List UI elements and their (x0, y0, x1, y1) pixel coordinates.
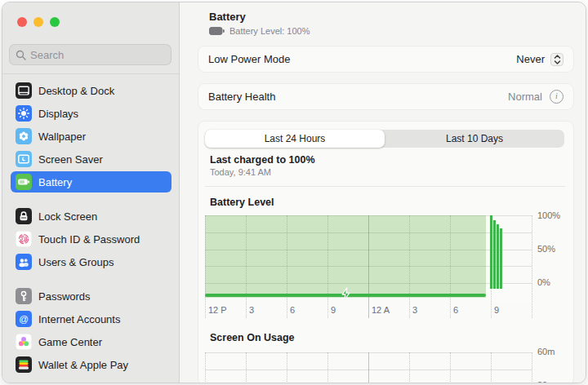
battery-status-text: Battery Level: 100% (229, 26, 310, 36)
battery-level-chart-title: Battery Level (210, 197, 274, 208)
svg-text:@: @ (19, 314, 29, 324)
sidebar-item-touch-id[interactable]: Touch ID & Password (11, 228, 172, 250)
minimize-button[interactable] (33, 17, 43, 27)
game-center-icon (16, 334, 32, 350)
search-placeholder: Search (30, 49, 64, 61)
search-input[interactable]: Search (9, 44, 172, 65)
x-tick-label: 6 (290, 305, 295, 315)
x-tick-label: 6 (453, 305, 458, 315)
lightning-bolt-icon (341, 287, 351, 301)
sidebar-item-label: Desktop & Dock (38, 85, 114, 97)
battery-glyph-icon (209, 27, 225, 35)
gridline (327, 352, 328, 383)
page-title: Battery (209, 11, 246, 23)
screen-saver-icon (16, 151, 32, 167)
low-power-mode-row: Low Power Mode Never (198, 46, 574, 73)
battery-bar (490, 215, 492, 289)
gridline (491, 352, 492, 383)
displays-icon (16, 105, 32, 122)
x-tick-label: 3 (412, 305, 417, 315)
sidebar-item-wallpaper[interactable]: Wallpaper (11, 126, 172, 147)
x-tick-label: 9 (331, 305, 336, 315)
system-settings-window: Search Desktop & Dock (2, 2, 586, 383)
gridline (368, 352, 369, 383)
window-controls (17, 17, 60, 27)
sidebar-item-desktop-dock[interactable]: Desktop & Dock (11, 80, 172, 101)
low-power-mode-dropdown[interactable] (550, 53, 564, 66)
battery-bar (500, 228, 502, 289)
sidebar-item-users-groups[interactable]: Users & Groups (11, 251, 172, 272)
sidebar-item-label: Screen Saver (38, 153, 103, 166)
sidebar-item-screen-saver[interactable]: Screen Saver (11, 148, 172, 170)
battery-pane: Battery Battery Level: 100% Low Power Mo… (180, 2, 586, 383)
tab-last-24-hours[interactable]: Last 24 Hours (205, 130, 385, 148)
screen-on-usage-chart (205, 352, 532, 383)
y-tick-label: 60m (537, 347, 555, 356)
x-tick-label: 12 A (372, 305, 390, 315)
zoom-button[interactable] (50, 17, 60, 27)
gridline (532, 215, 532, 318)
gridline (205, 283, 532, 284)
passwords-icon (16, 288, 32, 304)
chevron-up-down-icon (554, 55, 561, 64)
lock-screen-icon (16, 208, 32, 224)
battery-status-line: Battery Level: 100% (209, 26, 310, 36)
wallpaper-icon (16, 128, 32, 144)
x-tick-label: 9 (494, 305, 499, 315)
gridline (205, 250, 532, 250)
sidebar-item-label: Displays (38, 108, 78, 120)
sidebar-item-wallet[interactable]: Wallet & Apple Pay (11, 354, 172, 375)
low-power-mode-label: Low Power Mode (208, 53, 516, 65)
battery-health-value: Normal (508, 91, 542, 103)
gridline (287, 352, 287, 383)
gridline (205, 266, 532, 267)
sidebar-item-label: Battery (38, 176, 72, 188)
gridline (409, 352, 410, 383)
x-tick-label: 3 (249, 305, 254, 315)
sidebar-item-label: Passwords (38, 290, 91, 303)
sidebar-item-label: Game Center (38, 336, 102, 348)
sidebar-item-label: Wallpaper (38, 131, 86, 143)
sidebar-item-battery[interactable]: Battery (11, 171, 172, 192)
y-tick-label: 100% (537, 210, 560, 220)
gridline (205, 232, 532, 233)
sidebar-item-label: Wallet & Apple Pay (38, 359, 128, 371)
time-range-segmented-control: Last 24 Hours Last 10 Days (205, 130, 564, 148)
sidebar-item-lock-screen[interactable]: Lock Screen (11, 206, 172, 227)
sidebar-item-label: Touch ID & Password (38, 233, 140, 246)
battery-bar (493, 220, 496, 289)
sidebar-item-displays[interactable]: Displays (11, 103, 172, 124)
tab-last-10-days[interactable]: Last 10 Days (385, 130, 564, 148)
x-tick-label: 12 P (208, 305, 227, 315)
internet-accounts-icon: @ (16, 311, 32, 327)
gridline (532, 352, 532, 383)
close-button[interactable] (17, 17, 27, 27)
y-tick-label: 0% (537, 277, 550, 287)
gridline (205, 370, 532, 370)
y-tick-label: 30m (537, 380, 555, 383)
info-icon[interactable]: i (550, 90, 564, 104)
battery-icon (16, 174, 32, 190)
battery-level-chart (205, 215, 532, 283)
sidebar-item-label: Lock Screen (38, 210, 97, 223)
sidebar-item-game-center[interactable]: Game Center (11, 331, 172, 352)
sidebar-item-passwords[interactable]: Passwords (11, 285, 172, 307)
battery-usage-card: Last 24 Hours Last 10 Days Last charged … (198, 121, 574, 383)
gridline (205, 215, 532, 216)
sidebar-item-internet-accounts[interactable]: @ Internet Accounts (11, 308, 172, 330)
desktop-dock-icon (16, 82, 32, 99)
gridline (450, 352, 451, 383)
sidebar-item-label: Internet Accounts (38, 313, 120, 325)
users-groups-icon (16, 254, 32, 270)
battery-level-area-fill (205, 215, 486, 298)
sidebar: Search Desktop & Dock (2, 2, 180, 383)
gridline (205, 352, 532, 353)
search-icon (16, 50, 26, 60)
battery-health-label: Battery Health (208, 91, 508, 103)
sidebar-divider (2, 73, 179, 74)
battery-bar (497, 224, 499, 289)
touch-id-icon (16, 231, 32, 247)
last-charged-title: Last charged to 100% (210, 154, 315, 166)
wallet-icon (16, 356, 32, 373)
gridline (205, 352, 206, 383)
